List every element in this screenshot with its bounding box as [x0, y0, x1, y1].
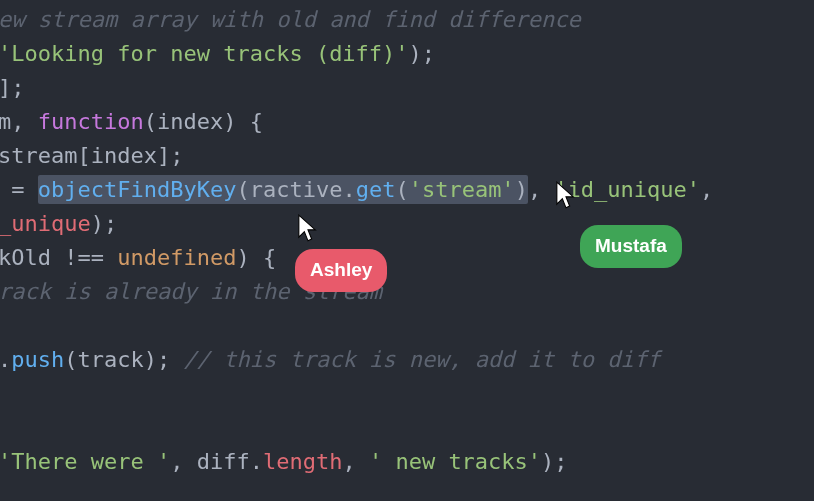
object: ractive	[250, 177, 343, 202]
func-call: objectFindByKey	[38, 177, 237, 202]
punct: );	[144, 347, 184, 372]
punct: .	[250, 449, 263, 474]
punct: .	[342, 177, 355, 202]
punct: (	[236, 177, 249, 202]
collab-name-label: Mustafa	[595, 235, 667, 256]
param: index	[157, 109, 223, 134]
method: push	[11, 347, 64, 372]
punct: ,	[700, 177, 713, 202]
code-line[interactable]: .push(track); // this track is new, add …	[0, 343, 814, 377]
code-line[interactable]: = objectFindByKey(ractive.get('stream'),…	[0, 173, 814, 207]
punct: =	[0, 177, 38, 202]
code-line[interactable]: ];	[0, 71, 814, 105]
property: length	[263, 449, 342, 474]
punct: .	[0, 347, 11, 372]
collab-name-label: Ashley	[310, 259, 372, 280]
text: kOld !==	[0, 245, 117, 270]
punct: ];	[0, 75, 25, 100]
collab-name-pill-ashley: Ashley	[295, 249, 387, 292]
punct: ];	[157, 143, 184, 168]
collab-name-pill-mustafa: Mustafa	[580, 225, 682, 268]
punct: ) {	[223, 109, 263, 134]
method: get	[356, 177, 396, 202]
punct: );	[409, 41, 436, 66]
punct: (	[64, 347, 77, 372]
punct: (	[395, 177, 408, 202]
punct: ,	[528, 177, 555, 202]
code-line[interactable]	[0, 309, 814, 343]
variable: diff	[197, 449, 250, 474]
string-literal: ' new tracks'	[369, 449, 541, 474]
punct: );	[91, 211, 118, 236]
code-line[interactable]: _unique);	[0, 207, 814, 241]
code-line[interactable]: kOld !== undefined) {	[0, 241, 814, 275]
variable: _unique	[0, 211, 91, 236]
code-line[interactable]	[0, 377, 814, 411]
punct: (	[144, 109, 157, 134]
punct: ,	[342, 449, 369, 474]
code-line[interactable]: 'Looking for new tracks (diff)');	[0, 37, 814, 71]
punct: ,	[170, 449, 197, 474]
string-literal: 'There were '	[0, 449, 170, 474]
var: index	[91, 143, 157, 168]
code-line[interactable]: stream[index];	[0, 139, 814, 173]
comment-text: ew stream array with old and find differ…	[0, 7, 581, 32]
punct: ) {	[236, 245, 276, 270]
text: stream[	[0, 143, 91, 168]
code-editor[interactable]: ew stream array with old and find differ…	[0, 0, 814, 501]
code-line[interactable]: rack is already in the stream	[0, 275, 814, 309]
keyword-function: function	[38, 109, 144, 134]
arg: track	[77, 347, 143, 372]
comment-text: // this track is new, add it to diff	[183, 347, 660, 372]
text-selection: objectFindByKey(ractive.get('stream')	[38, 175, 528, 204]
string-literal: 'stream'	[409, 177, 515, 202]
punct: );	[541, 449, 568, 474]
string-literal: 'id_unique'	[554, 177, 700, 202]
code-line[interactable]: 'There were ', diff.length, ' new tracks…	[0, 445, 814, 479]
keyword-undefined: undefined	[117, 245, 236, 270]
code-line[interactable]	[0, 411, 814, 445]
code-line[interactable]: m, function(index) {	[0, 105, 814, 139]
punct: )	[515, 177, 528, 202]
code-line[interactable]: ew stream array with old and find differ…	[0, 3, 814, 37]
string-literal: 'Looking for new tracks (diff)'	[0, 41, 409, 66]
text: m,	[0, 109, 38, 134]
